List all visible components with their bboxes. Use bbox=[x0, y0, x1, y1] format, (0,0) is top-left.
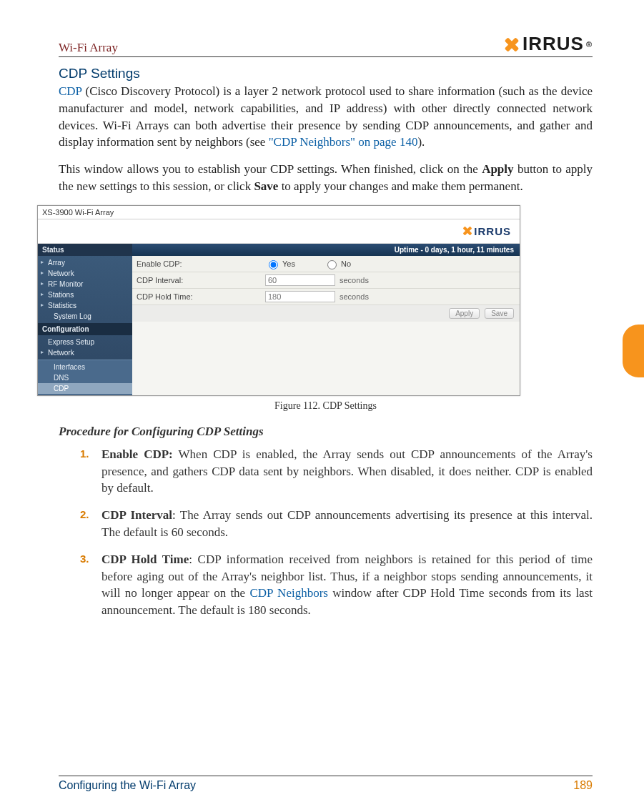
procedure-list: 1. Enable CDP: When CDP is enabled, the … bbox=[59, 446, 593, 619]
intro-paragraph-2: This window allows you to establish your… bbox=[59, 161, 593, 195]
sidebar-item-array[interactable]: Array bbox=[38, 257, 132, 268]
logo-text: IRRUS bbox=[522, 33, 584, 55]
sidebar-subitem-dns[interactable]: DNS bbox=[38, 372, 132, 383]
uptime-label: Uptime - 0 days, 1 hour, 11 minutes bbox=[132, 244, 520, 256]
mini-logo-x-icon bbox=[462, 226, 472, 236]
screenshot-container: XS-3900 Wi-Fi Array IRRUS Status Uptime … bbox=[37, 205, 520, 396]
sidebar-item-stations[interactable]: Stations bbox=[38, 289, 132, 300]
footer-section-title: Configuring the Wi-Fi Array bbox=[59, 779, 196, 792]
sidebar-item-statistics[interactable]: Statistics bbox=[38, 300, 132, 311]
step-number-2: 2. bbox=[80, 507, 89, 522]
procedure-step-1: 1. Enable CDP: When CDP is enabled, the … bbox=[80, 446, 593, 497]
cdp-neighbors-link[interactable]: CDP Neighbors bbox=[249, 586, 328, 600]
save-button[interactable]: Save bbox=[485, 308, 514, 319]
intro-paragraph-1: CDP (Cisco Discovery Protocol) is a laye… bbox=[59, 83, 593, 151]
sidebar: Array Network RF Monitor Stations Statis… bbox=[38, 256, 132, 395]
sidebar-status-header: Status bbox=[38, 244, 132, 256]
sidebar-item-system-log[interactable]: System Log bbox=[38, 311, 132, 322]
label-enable-cdp: Enable CDP: bbox=[137, 259, 265, 268]
button-row: Apply Save bbox=[132, 305, 520, 322]
status-strip: Status Uptime - 0 days, 1 hour, 11 minut… bbox=[38, 244, 520, 256]
cdp-acronym-link[interactable]: CDP bbox=[59, 84, 81, 98]
logo-x-icon bbox=[504, 36, 520, 52]
label-cdp-interval: CDP Interval: bbox=[137, 276, 265, 284]
procedure-step-2: 2. CDP Interval: The Array sends out CDP… bbox=[80, 507, 593, 541]
sidebar-subitem-cdp[interactable]: CDP bbox=[38, 383, 132, 394]
section-tab-icon bbox=[623, 325, 644, 377]
sidebar-item-rf-monitor[interactable]: RF Monitor bbox=[38, 279, 132, 289]
figure-caption: Figure 112. CDP Settings bbox=[59, 400, 593, 412]
screenshot-logo-bar: IRRUS bbox=[38, 219, 520, 244]
step-number-1: 1. bbox=[80, 446, 89, 461]
apply-button[interactable]: Apply bbox=[449, 308, 480, 319]
input-cdp-interval[interactable] bbox=[265, 274, 335, 286]
page-header: Wi-Fi Array IRRUS ® bbox=[59, 33, 593, 57]
unit-cdp-hold-time: seconds bbox=[340, 292, 369, 301]
procedure-step-3: 3. CDP Hold Time: CDP information receiv… bbox=[80, 551, 593, 619]
label-cdp-hold-time: CDP Hold Time: bbox=[137, 292, 265, 301]
page-number: 189 bbox=[573, 779, 593, 792]
procedure-heading: Procedure for Configuring CDP Settings bbox=[59, 425, 593, 439]
screenshot-brand-logo: IRRUS bbox=[462, 225, 511, 237]
sidebar-item-network-config[interactable]: Network bbox=[38, 347, 132, 358]
sidebar-item-network[interactable]: Network bbox=[38, 268, 132, 279]
sidebar-subitem-interfaces[interactable]: Interfaces bbox=[38, 362, 132, 372]
row-enable-cdp: Enable CDP: Yes No bbox=[132, 256, 520, 272]
row-cdp-interval: CDP Interval: seconds bbox=[132, 272, 520, 289]
sidebar-item-express-setup[interactable]: Express Setup bbox=[38, 337, 132, 347]
step-number-3: 3. bbox=[80, 551, 89, 566]
window-title: XS-3900 Wi-Fi Array bbox=[38, 206, 520, 219]
radio-enable-cdp-yes[interactable]: Yes bbox=[265, 258, 295, 269]
figure-cdp-settings: XS-3900 Wi-Fi Array IRRUS Status Uptime … bbox=[37, 205, 593, 396]
radio-yes-input[interactable] bbox=[269, 260, 278, 269]
input-cdp-hold-time[interactable] bbox=[265, 291, 335, 302]
cdp-neighbors-xref-link[interactable]: "CDP Neighbors" on page 140 bbox=[269, 135, 418, 149]
sidebar-config-header: Configuration bbox=[38, 323, 132, 335]
settings-panel: Enable CDP: Yes No CDP Interval: seconds… bbox=[132, 256, 520, 395]
radio-no-input[interactable] bbox=[327, 260, 337, 269]
page-footer: Configuring the Wi-Fi Array 189 bbox=[59, 776, 593, 792]
row-cdp-hold-time: CDP Hold Time: seconds bbox=[132, 289, 520, 305]
section-heading: CDP Settings bbox=[59, 66, 593, 81]
registered-mark-icon: ® bbox=[586, 40, 593, 49]
brand-logo: IRRUS ® bbox=[504, 33, 593, 55]
unit-cdp-interval: seconds bbox=[340, 276, 369, 284]
radio-enable-cdp-no[interactable]: No bbox=[324, 258, 351, 269]
header-title: Wi-Fi Array bbox=[59, 41, 118, 55]
